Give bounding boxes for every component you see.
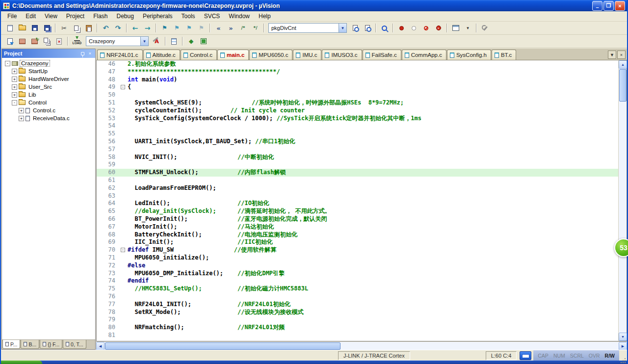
tab-nrf24l01-c[interactable]: NRF24L01.c [97,50,143,60]
unindent-icon[interactable]: « [213,23,224,33]
environment-icon[interactable] [198,36,209,47]
tree-expander-icon[interactable]: + [12,69,17,74]
navigate-back-icon[interactable]: ← [130,23,141,33]
target-combobox-dropdown-icon[interactable]: ▼ [140,37,148,46]
horizontal-scroll-track[interactable] [341,342,619,350]
enable-disable-breakpoint-icon[interactable] [408,23,419,33]
code-line-73[interactable]: 73 MPU6050_DMP_Initialize(); //初始化DMP引擎 [97,270,618,278]
fold-marker-icon[interactable]: - [121,248,125,252]
tree-item-hardwaredriver[interactable]: +HardWareDriver [2,75,95,83]
menu-item-tools[interactable]: Tools [177,12,200,21]
code-line-58[interactable]: 58 NVIC_INIT(); //中断初始化 [97,154,618,161]
tab-bt-c[interactable]: BT.c [492,50,516,60]
batch-build-icon[interactable] [41,36,52,47]
code-line-70[interactable]: 70-#ifdef IMU_SW //使用软件解算 [97,246,618,254]
copy-icon[interactable] [71,23,82,33]
redo-icon[interactable]: ↷ [112,23,124,33]
code-line-80[interactable]: 80 NRFmatching(); //NRF24L01对频 [97,324,618,332]
uncomment-icon[interactable]: */ [250,23,261,33]
menu-item-flash[interactable]: Flash [89,12,112,21]
menu-item-svcs[interactable]: SVCS [200,12,225,21]
code-line-60[interactable]: 60 STMFLASH_Unlock(); //内部flash解锁 [97,169,618,177]
prev-bookmark-icon[interactable]: ⚑ [171,23,183,33]
toggle-bookmark-icon[interactable]: ⚑ [159,23,170,33]
code-line-50[interactable]: 50 [97,91,618,99]
code-line-77[interactable]: 77 NRF24L01_INIT(); //NRF24L01初始化 [97,301,618,309]
panel-tab-f[interactable]: {} F... [40,340,62,349]
tab-altitude-c[interactable]: Altitude.c [143,50,180,60]
vertical-scrollbar[interactable]: ▲ ▼ [618,60,627,341]
code-line-55[interactable]: 55 [97,130,618,138]
scroll-left-icon[interactable]: ◀ [96,342,105,350]
tree-item-control[interactable]: -Control [2,99,95,106]
tab-mpu6050-c[interactable]: MPU6050.c [249,50,292,60]
code-line-62[interactable]: 62 LoadParamsFromEEPROM(); [97,184,618,192]
code-line-75[interactable]: 75 //HMC5883L_SetUp(); //初始化磁力计HMC5883L [97,285,618,293]
maximize-button[interactable]: ❐ [603,1,614,11]
minimize-button[interactable]: – [592,1,602,11]
incremental-find-icon[interactable] [362,23,373,33]
download-flash-icon[interactable]: LOAD [71,36,83,47]
resize-grip[interactable] [619,350,627,361]
rebuild-all-icon[interactable] [29,36,40,47]
code-line-67[interactable]: 67 MotorInit(); //马达初始化 [97,223,618,231]
clear-bookmarks-icon[interactable]: ⚑ [196,23,207,33]
build-target-icon[interactable] [17,36,28,47]
code-line-53[interactable]: 53 SysTick_Config(SystemCoreClock / 1000… [97,115,618,123]
tab-list-dropdown-icon[interactable]: ▼ [608,51,616,59]
kill-all-breakpoints-icon[interactable] [433,23,444,33]
open-file-icon[interactable] [17,23,28,33]
code-line-74[interactable]: 74#endif [97,277,618,285]
code-line-57[interactable]: 57 [97,146,618,154]
code-line-47[interactable]: 47**************************************… [97,68,618,76]
indent-icon[interactable]: » [225,23,236,33]
code-line-61[interactable]: 61 [97,177,618,184]
menu-item-debug[interactable]: Debug [112,12,138,21]
menu-item-window[interactable]: Window [224,12,254,21]
tree-item-user-src[interactable]: +User_Src [2,83,95,91]
tab-failsafe-c[interactable]: FailSafe.c [363,50,401,60]
search-combobox[interactable]: pkgDivCnt ▼ [268,23,347,33]
next-bookmark-icon[interactable]: ⚑ [183,23,195,33]
horizontal-scrollbar[interactable]: ◀ ▶ [96,341,627,350]
menu-item-peripherals[interactable]: Peripherals [138,12,177,21]
navigate-forward-icon[interactable]: → [142,23,153,33]
translate-file-icon[interactable] [4,36,16,47]
tab-control-c[interactable]: Control.c [181,50,217,60]
save-icon[interactable] [29,23,40,33]
code-editor[interactable]: 462.初始化系统参数47***************************… [97,60,618,341]
save-all-icon[interactable] [41,23,52,33]
code-line-64[interactable]: 64 LedInit(); //IO初始化 [97,200,618,208]
find-in-files-icon[interactable] [349,23,361,33]
code-line-79[interactable]: 79 [97,316,618,324]
tree-item-crazepony[interactable]: -Crazepony [2,59,95,67]
panel-tab-p[interactable]: P... [2,340,20,349]
configure-wrench-icon[interactable] [479,23,491,33]
find-text-icon[interactable] [379,23,390,33]
panel-tab-b[interactable]: B... [21,340,39,349]
code-line-78[interactable]: 78 SetRX_Mode(); //设无线模块为接收模式 [97,309,618,316]
scroll-down-icon[interactable]: ▼ [619,333,627,341]
horizontal-scroll-thumb[interactable] [105,342,340,350]
code-line-48[interactable]: 48int main(void) [97,76,618,84]
search-combobox-dropdown-icon[interactable]: ▼ [339,24,346,32]
tree-expander-icon[interactable]: + [12,77,17,82]
code-line-52[interactable]: 52 cycleCounterInit(); // Init cycle cou… [97,107,618,115]
tree-item-startup[interactable]: +StartUp [2,67,95,75]
fold-marker-icon[interactable]: - [121,85,125,89]
close-button[interactable]: × [615,1,625,11]
tab-commapp-c[interactable]: CommApp.c [402,50,446,60]
tree-item-lib[interactable]: +Lib [2,91,95,99]
code-line-71[interactable]: 71 MPU6050_initialize(); [97,254,618,262]
code-line-66[interactable]: 66 BT_PowerInit(); //蓝牙电源初始化完成，默认关闭 [97,215,618,223]
paste-icon[interactable] [83,23,94,33]
menu-item-edit[interactable]: Edit [21,12,40,21]
cut-icon[interactable]: ✂ [58,23,70,33]
menu-item-project[interactable]: Project [62,12,89,21]
code-line-46[interactable]: 462.初始化系统参数 [97,60,618,68]
menu-item-help[interactable]: Help [254,12,275,21]
code-line-69[interactable]: 69 IIC_Init(); //IIC初始化 [97,238,618,246]
vertical-scroll-track[interactable] [619,102,627,333]
tree-expander-icon[interactable]: + [12,84,17,90]
manage-rte-icon[interactable]: ◆ [185,36,197,47]
